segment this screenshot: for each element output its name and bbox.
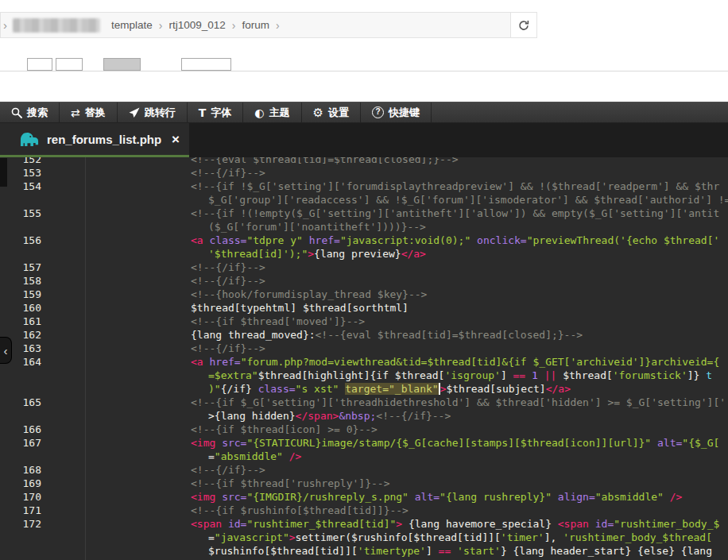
code-row: 167<img src="{STATICURL}image/stamp/{$_G…	[0, 437, 728, 450]
code-token: ==	[513, 369, 526, 381]
code-row: 164<a href="forum.php?mod=viewthread&tid…	[0, 356, 728, 369]
divider	[0, 71, 728, 71]
breadcrumb: › template › rtj1009_012 › forum ›	[0, 12, 537, 38]
line-number: 161	[0, 315, 41, 327]
toolbar-button-goto-line[interactable]: 跳转行	[118, 102, 188, 122]
code-token: <!--{if !(!empty($_G['setting']['antithe…	[191, 207, 719, 219]
code-token	[552, 491, 558, 503]
code-text: >{lang hidden}</span>&nbsp;<!--{/if}-->	[208, 410, 451, 422]
code-token	[283, 450, 289, 462]
search-icon	[11, 107, 22, 118]
code-token: <!--{if $thread['rushreply']}-->	[191, 477, 389, 489]
code-text: <span id="rushtimer_$thread[tid]"> {lang…	[191, 518, 719, 530]
code-row: =$extra"$thread[highlight]{if $thread['i…	[0, 369, 728, 383]
toolbar-label: 搜索	[27, 106, 48, 120]
selected-text: target="_blank"	[345, 383, 438, 395]
code-token: <a	[191, 234, 209, 246]
breadcrumb-separator: ›	[276, 19, 280, 32]
line-number: 169	[0, 477, 41, 489]
code-token: alt=	[415, 491, 440, 503]
line-number: 170	[0, 491, 41, 503]
breadcrumb-item[interactable]: rtj1009_012	[168, 19, 225, 31]
code-token: ==	[439, 545, 451, 557]
code-row: 157<!--{/if}-->	[0, 261, 728, 275]
code-token: onclick=	[477, 234, 527, 246]
settings-icon: ⚙	[313, 106, 323, 120]
clipped-control[interactable]	[56, 58, 83, 71]
code-row: 171<!--{if $rushinfo[$thread[tid]]}-->	[0, 504, 728, 518]
code-token: 'isgroup'	[444, 369, 500, 381]
toolbar-button-search[interactable]: 搜索	[0, 102, 60, 122]
code-text: '$thread[id]');">{lang preview}</a>	[208, 248, 426, 260]
code-token: >{lang hidden}	[208, 410, 296, 422]
code-token: $_G['group']['readaccess'] && !$_G['foru…	[208, 194, 728, 206]
code-token: />	[289, 450, 302, 462]
toolbar-button-shortcuts[interactable]: ? 快捷键	[361, 102, 432, 122]
code-token: ($_G['forum']['noantitheft'])))}-->	[208, 221, 426, 233]
code-token: )"	[208, 383, 221, 395]
code-token: 'timertype'	[358, 545, 426, 557]
redacted-breadcrumb-item[interactable]	[13, 18, 100, 33]
code-token	[651, 437, 657, 449]
tab-ren-forums-list[interactable]: ren_forums_list.php ×	[0, 123, 189, 157]
code-token: <!--{hook/forumdisplay_thread $key}-->	[191, 288, 427, 300]
code-token: "rushtimer_$thread[tid]"	[246, 518, 396, 530]
code-token: alt=	[657, 437, 682, 449]
refresh-button[interactable]	[510, 13, 536, 37]
code-text: <a href="forum.php?mod=viewthread&tid=$t…	[191, 356, 719, 368]
goto-line-icon	[129, 107, 140, 118]
code-row: 156<a class="tdpre y" href="javascript:v…	[0, 234, 728, 248]
line-number: 168	[0, 464, 41, 476]
code-row: 163<!--{/if}-->	[0, 342, 728, 356]
editor-side-tab[interactable]	[0, 158, 7, 187]
toolbar-button-theme[interactable]: ◐ 主题	[243, 102, 301, 122]
toolbar-button-font[interactable]: T 字体	[188, 102, 244, 122]
code-text: <!--{if $thread['rushreply']}-->	[191, 477, 389, 489]
code-row: ($_G['forum']['noantitheft'])))}-->	[0, 221, 728, 234]
code-row: $rushinfo[$thread[tid]]['timertype'] == …	[0, 545, 728, 558]
clipped-control[interactable]	[181, 58, 231, 71]
toolbar-button-settings[interactable]: ⚙ 设置	[302, 102, 361, 122]
clipped-control[interactable]	[27, 58, 52, 71]
code-row: 160$thread[typehtml] $thread[sorthtml]	[0, 302, 728, 315]
code-token: <!--{eval $thread[tid]=$thread[closed];}…	[316, 329, 583, 341]
code-text: <!--{hook/forumdisplay_thread $key}-->	[191, 288, 427, 300]
code-token: <!--{if $rushinfo[$thread[tid]]}-->	[191, 504, 409, 516]
breadcrumb-separator: ›	[232, 19, 236, 32]
code-token: =	[208, 450, 215, 462]
close-icon[interactable]: ×	[172, 133, 180, 146]
tab-title: ren_forums_list.php	[47, 133, 161, 146]
code-token: <!--{/if}-->	[191, 464, 265, 476]
code-editor[interactable]: 152<!--{eval $thread[tid]=$thread[closed…	[0, 157, 728, 560]
code-text: $rushinfo[$thread[tid]]['timertype'] == …	[208, 545, 712, 557]
code-token	[451, 545, 457, 557]
code-token: 1	[532, 369, 538, 381]
collapse-panel-button[interactable]: ‹	[0, 337, 12, 364]
code-token: $thread[	[556, 369, 612, 381]
code-text: )"{/if} class="s xst" target="_blank">$t…	[208, 383, 571, 395]
code-row: '$thread[id]');">{lang preview}</a>	[0, 248, 728, 261]
chevron-right-icon[interactable]: ›	[3, 18, 7, 32]
code-row: )"{/if} class="s xst" target="_blank">$t…	[0, 383, 728, 396]
code-token: } {lang header_start} {else} {lang	[501, 545, 712, 557]
code-text: =$extra"$thread[highlight]{if $thread['i…	[208, 369, 712, 381]
breadcrumb-item[interactable]: forum	[242, 19, 269, 31]
code-token: id=	[228, 518, 246, 530]
code-token: 'forumstick'	[613, 369, 687, 381]
code-row: ="absmiddle" />	[0, 450, 728, 464]
clipped-control[interactable]	[103, 58, 141, 71]
code-token: 'rushtimer_body_$thread[	[563, 531, 712, 543]
code-token: align=	[558, 491, 595, 503]
code-token: <!--{if $thread['moved']}-->	[191, 315, 365, 327]
code-token: href=	[209, 356, 240, 368]
code-text: ($_G['forum']['noantitheft'])))}-->	[208, 221, 426, 233]
toolbar-button-replace[interactable]: ⇄ 替换	[60, 102, 118, 122]
breadcrumb-item[interactable]: template	[111, 19, 153, 31]
code-token: "{lang rushreply}"	[440, 491, 552, 503]
code-token: 'start'	[457, 545, 501, 557]
code-token: "tdpre y"	[246, 234, 302, 246]
code-token: </a>	[401, 248, 426, 260]
code-row: 158<!--{/if}-->	[0, 275, 728, 288]
tab-bar: ren_forums_list.php ×	[0, 123, 728, 157]
font-icon: T	[199, 106, 207, 119]
